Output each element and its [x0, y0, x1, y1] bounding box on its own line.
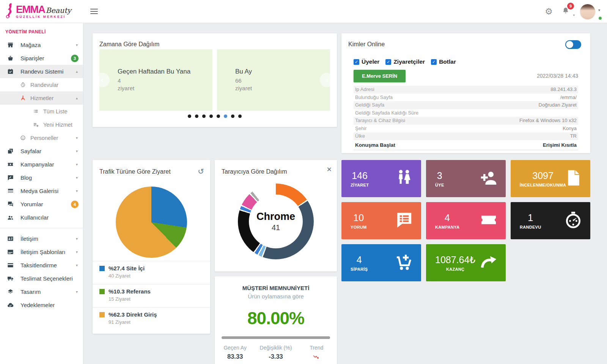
stopwatch-icon [563, 210, 583, 230]
visitor-info-row: Geldiği Sayfa Doğrudan Ziyaret [354, 101, 578, 109]
sidebar-item-label: Medya Galerisi [20, 188, 58, 194]
card-title: Tarayıcıya Göre Dağılım [222, 168, 287, 175]
sidebar-item-randevu-sistemi[interactable]: Randevu Sistemi▴ [0, 65, 83, 78]
carousel-dot-active[interactable] [224, 115, 227, 118]
sidebar-item-teslimat-seçenekleri[interactable]: Teslimat Seçenekleri [0, 272, 83, 285]
sidebar-item-yorumlar[interactable]: Yorumlar4 [0, 198, 83, 211]
satisfaction-progress-bar [222, 336, 330, 339]
sidebar-item-sayfalar[interactable]: Sayfalar▾ [0, 144, 83, 158]
tile-value: 1087.64₺ [435, 254, 475, 265]
tile-value: 10 [353, 212, 364, 223]
sidebar-item-tüm-liste[interactable]: Tüm Liste [0, 105, 83, 118]
user-avatar[interactable] [580, 4, 595, 19]
chevron-down-icon: ▾ [76, 237, 78, 241]
sidebar-item-randevular[interactable]: Randevular [0, 78, 83, 91]
checkbox-checked-icon[interactable]: ✓ [431, 59, 437, 65]
filter-checkbox-botlar[interactable]: ✓ Botlar [431, 58, 456, 65]
sidebar-item-kampanyalar[interactable]: Kampanyalar▾ [0, 158, 83, 171]
stat-tile-kampanya[interactable]: 4 KAMPANYA [426, 202, 506, 239]
brand-logo[interactable]: EMMA Beauty GÜZELLİK MERKEZİ [5, 2, 71, 20]
visitor-info-row: Ülke TR [354, 132, 578, 140]
brand-suffix: Beauty [46, 6, 71, 14]
visit-timestamp: 2022/03/28 14:43 [537, 73, 578, 79]
settings-gear-icon[interactable]: ⚙ [545, 7, 553, 16]
sidebar-item-label: Kampanyalar [20, 161, 54, 168]
stat-tile-i-ncelenme-okunma[interactable]: 3097 İNCELENME/OKUNMA [511, 160, 590, 197]
sidebar-item-personeller[interactable]: Personeller▾ [0, 131, 83, 144]
sidebar-item-blog[interactable]: Blog▾ [0, 171, 83, 184]
online-toggle[interactable] [565, 40, 581, 49]
slide-title: Bu Ay [235, 68, 330, 75]
sidebar-item-mağaza[interactable]: Mağaza▾ [0, 38, 83, 52]
info-label: Bulunduğu Sayfa [355, 94, 393, 102]
sidebar-item-siparişler[interactable]: Siparişler3 [0, 52, 83, 65]
carousel-dot[interactable] [195, 115, 198, 118]
footer-label: Geçen Ay [215, 345, 255, 351]
card-title: Zamana Göre Dağılım [99, 41, 159, 48]
stat-tile-si-pari-ş[interactable]: 4 SİPARİŞ [341, 244, 421, 281]
filter-checkbox-ziyaretçiler[interactable]: ✓ Ziyaretçiler [385, 58, 425, 65]
calendar-check-icon [7, 68, 14, 75]
layers-icon [7, 288, 14, 295]
tile-label: KAZANÇ [446, 267, 464, 271]
chevron-down-icon: ▾ [76, 263, 78, 267]
stat-tile-randevu[interactable]: 1 RANDEVU [511, 202, 590, 239]
carousel-dot[interactable] [202, 115, 206, 118]
carousel-dot[interactable] [217, 115, 220, 118]
stat-tile-üye[interactable]: 3 ÜYE [426, 160, 506, 197]
carousel-slide: Geçen Haftadan Bu Yana 4 ziyaret [99, 49, 212, 111]
satisfaction-footer-col: Geçen Ay 83.33 [215, 345, 255, 363]
sidebar-item-taksitlendirme[interactable]: Taksitlendirme▾ [0, 259, 83, 272]
trend-down-icon [312, 353, 321, 361]
stat-tile-zi-yaret[interactable]: 146 ZİYARET [341, 160, 421, 197]
sidebar-item-tasarım[interactable]: Tasarım▾ [0, 285, 83, 298]
list-add-icon [33, 121, 39, 128]
brand-name: EMMA [16, 5, 45, 14]
chevron-down-icon: ▾ [76, 136, 78, 140]
slide-unit: ziyaret [235, 85, 330, 92]
sidebar-item-label: Personeller [30, 135, 58, 141]
chevron-down-icon: ▾ [76, 176, 78, 180]
chevron-down-icon: ▾ [76, 43, 78, 47]
cloud-check-icon [7, 301, 14, 309]
sidebar-item-yedeklemeler[interactable]: Yedeklemeler [0, 298, 83, 312]
sidebar-item-medya-galerisi[interactable]: Medya Galerisi▾ [0, 184, 83, 198]
brand-silhouette-icon [5, 2, 15, 20]
close-icon[interactable]: × [327, 165, 332, 174]
restrict-access-link[interactable]: Erişimi Kısıtla [543, 141, 577, 150]
sidebar-item-i-letişim[interactable]: İletişim▾ [0, 232, 83, 245]
carousel-next-button[interactable]: › [320, 73, 334, 87]
carousel-dot[interactable] [238, 115, 242, 118]
hamburger-menu-button[interactable] [90, 7, 99, 16]
start-chat-link[interactable]: Konuşma Başlat [355, 141, 395, 150]
sidebar-item-kullanıcılar[interactable]: Kullanıcılar [0, 211, 83, 224]
refresh-icon[interactable]: ↺ [198, 167, 204, 176]
sidebar-item-label: Tüm Liste [43, 108, 68, 115]
stat-tile-kazanç[interactable]: 1087.64₺ KAZANÇ [426, 244, 506, 281]
carousel-slide: Bu Ay 66 ziyaret [217, 49, 330, 111]
donut-center-value: 41 [272, 223, 280, 232]
notifications-button[interactable]: 9 ▾ [561, 6, 570, 17]
filter-checkbox-üyeler[interactable]: ✓ Üyeler [354, 58, 379, 65]
grid-icon [7, 187, 14, 195]
checkbox-checked-icon[interactable]: ✓ [385, 59, 391, 65]
visitor-actions-row: Konuşma Başlat Erişimi Kısıtla [354, 141, 578, 150]
stat-tile-yorum[interactable]: 10 YORUM [341, 202, 421, 239]
carousel-dot[interactable] [209, 115, 213, 118]
card-title: Kimler Online [348, 41, 385, 48]
tile-label: ZİYARET [351, 183, 369, 187]
sidebar-item-yeni-hizmet[interactable]: Yeni Hizmet [0, 118, 83, 131]
visitor-name-button[interactable]: E.Merve SERİN [354, 70, 406, 82]
slide-title: Geçen Haftadan Bu Yana [118, 68, 212, 75]
carousel-dot[interactable] [231, 115, 234, 118]
checkbox-checked-icon[interactable]: ✓ [354, 59, 359, 65]
sidebar-item-i-letişim-şablonları[interactable]: İletişim Şablonları▾ [0, 245, 83, 259]
sidebar-item-label: Blog [20, 174, 32, 181]
visitor-info-row: Geldiği Sayfada Kaldığı Süre [354, 109, 578, 117]
contact-card-icon [7, 235, 14, 242]
sidebar-item-hizmetler[interactable]: Hizmetler▴ [0, 91, 83, 105]
carousel-prev-button[interactable]: ‹ [95, 73, 110, 87]
carousel-dot[interactable] [188, 115, 191, 118]
avatar-chevron-down-icon[interactable]: ▾ [598, 8, 600, 12]
sidebar-item-label: Yeni Hizmet [43, 122, 72, 128]
